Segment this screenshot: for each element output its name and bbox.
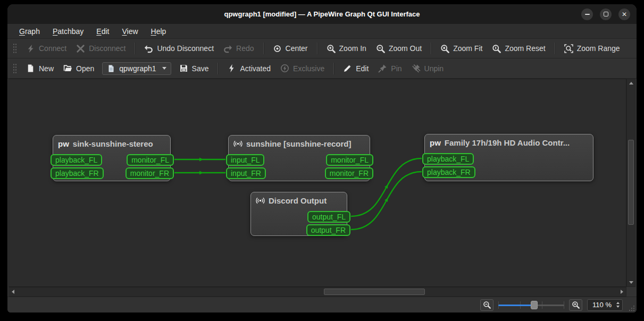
node-title: sunshine [sunshine-record] xyxy=(246,139,352,148)
arrow-down-icon xyxy=(629,281,633,284)
port-playback-fr[interactable]: playback_FR xyxy=(51,167,104,179)
vertical-scrollbar-thumb[interactable] xyxy=(628,140,634,225)
zoom-slider-handle[interactable] xyxy=(531,301,538,309)
toolbar-button-zoom-out[interactable]: Zoom Out xyxy=(371,41,426,56)
toolbar-button-exclusive[interactable]: Exclusive xyxy=(275,61,329,75)
vertical-scrollbar[interactable] xyxy=(626,79,635,287)
statusbar: 110 % xyxy=(7,297,637,312)
scroll-right-button[interactable] xyxy=(618,288,626,295)
toolbar-button-undo-disconnect[interactable]: Undo Disconnect xyxy=(139,41,219,56)
port-monitor-fr[interactable]: monitor_FR xyxy=(325,167,373,179)
window-title: qpwgraph1 [modified] — A PipeWire Graph … xyxy=(224,10,420,18)
toolbar-button-save[interactable]: Save xyxy=(174,61,214,75)
patchbay-file-selector[interactable]: qpwgraph1 xyxy=(102,62,171,75)
wire-arrow-icon xyxy=(384,197,389,202)
zoom-out-button[interactable] xyxy=(480,299,494,311)
minimize-button[interactable] xyxy=(581,9,593,20)
node-family-17h-19h-hd-audio-contr[interactable]: pwFamily 17h/19h HD Audio Contr...playba… xyxy=(424,134,593,181)
menu-item-view[interactable]: View xyxy=(116,26,143,37)
port-output-fl[interactable]: output_FL xyxy=(307,211,350,223)
toolbar-button-label: Undo Disconnect xyxy=(157,44,214,53)
toolbar-button-label: Zoom Range xyxy=(577,44,620,53)
wire-arrow-icon xyxy=(384,184,389,189)
port-input-fr[interactable]: input_FR xyxy=(226,167,266,179)
slider-track-empty[interactable] xyxy=(536,305,565,306)
menu-item-graph[interactable]: Graph xyxy=(14,26,45,37)
port-output-fr[interactable]: output_FR xyxy=(306,224,350,236)
node-title: sink-sunshine-stereo xyxy=(73,139,153,148)
toolbar-button-activated[interactable]: Activated xyxy=(222,61,275,75)
toolbar-grip[interactable] xyxy=(13,43,17,54)
toolbar-button-unpin[interactable]: Unpin xyxy=(407,61,449,75)
node-sink-sunshine-stereo[interactable]: pwsink-sunshine-stereoplayback_FLplaybac… xyxy=(53,135,171,181)
wire-arrow-icon xyxy=(199,171,203,175)
port-input-fl[interactable]: input_FL xyxy=(226,154,264,166)
zoom-out-icon xyxy=(376,44,385,53)
disconnect-icon xyxy=(76,44,85,53)
slider-track-filled[interactable] xyxy=(498,305,534,306)
toolbar-button-disconnect[interactable]: Disconnect xyxy=(71,41,130,56)
toolbar-grip[interactable] xyxy=(13,63,17,74)
toolbar-button-pin[interactable]: Pin xyxy=(373,61,406,75)
close-icon: ✕ xyxy=(622,11,627,18)
menu-item-edit[interactable]: Edit xyxy=(91,26,114,37)
toolbar-button-new[interactable]: New xyxy=(21,61,58,75)
toolbar-separator xyxy=(218,63,218,74)
node-sunshine-sunshine-record[interactable]: sunshine [sunshine-record]input_FLinput_… xyxy=(228,135,370,181)
toolbar-button-open[interactable]: Open xyxy=(58,61,99,75)
spin-down-icon[interactable] xyxy=(616,306,620,308)
unpin-icon xyxy=(412,64,421,73)
center-icon xyxy=(273,44,282,53)
redo-icon xyxy=(223,44,232,53)
horizontal-scrollbar-thumb[interactable] xyxy=(324,289,425,295)
toolbar-button-zoom-in[interactable]: Zoom In xyxy=(322,41,371,56)
file-icon xyxy=(107,64,115,73)
scroll-up-button[interactable] xyxy=(627,79,635,87)
zoom-in-button[interactable] xyxy=(569,299,582,311)
arrow-up-icon xyxy=(629,82,633,85)
port-playback-fl[interactable]: playback_FL xyxy=(422,153,474,165)
port-playback-fr[interactable]: playback_FR xyxy=(422,166,475,178)
toolbar-button-edit[interactable]: Edit xyxy=(338,61,373,75)
port-monitor-fl[interactable]: monitor_FL xyxy=(127,154,174,166)
port-monitor-fr[interactable]: monitor_FR xyxy=(126,167,174,179)
maximize-button[interactable] xyxy=(600,9,612,20)
graph-canvas[interactable]: pwsink-sunshine-stereoplayback_FLplaybac… xyxy=(9,79,626,287)
spinner-arrows xyxy=(615,302,621,308)
resize-grip[interactable] xyxy=(628,305,635,311)
chevron-down-icon xyxy=(162,67,166,70)
broadcast-icon xyxy=(256,196,265,205)
toolbar-button-zoom-reset[interactable]: Zoom Reset xyxy=(487,41,550,56)
node-discord-output[interactable]: Discord Outputoutput_FLoutput_FR xyxy=(250,192,347,236)
toolbar-button-center[interactable]: Center xyxy=(268,41,313,56)
menu-item-help[interactable]: Help xyxy=(146,26,172,37)
broadcast-icon xyxy=(233,139,242,148)
spin-up-icon[interactable] xyxy=(616,302,620,304)
toolbar-button-redo[interactable]: Redo xyxy=(219,41,258,56)
port-playback-fl[interactable]: playback_FL xyxy=(51,154,102,166)
toolbar-button-zoom-range[interactable]: Zoom Range xyxy=(559,41,625,56)
new-icon xyxy=(26,64,35,73)
bolt-icon xyxy=(227,64,236,73)
menu-item-patchbay[interactable]: Patchbay xyxy=(47,26,89,37)
toolbar-button-label: Redo xyxy=(236,44,254,53)
scroll-down-button[interactable] xyxy=(627,278,635,286)
zoom-slider[interactable] xyxy=(498,299,564,311)
close-button[interactable]: ✕ xyxy=(618,9,630,20)
toolbar-button-label: Zoom In xyxy=(339,44,366,53)
toolbar-button-connect[interactable]: Connect xyxy=(21,41,71,56)
scroll-left-button[interactable] xyxy=(9,288,17,295)
zoom-reset-icon xyxy=(492,44,501,53)
zoom-fit-icon xyxy=(440,44,449,53)
wire-arrow-icon xyxy=(199,158,203,162)
port-monitor-fl[interactable]: monitor_FL xyxy=(326,154,373,166)
horizontal-scrollbar[interactable] xyxy=(9,287,626,297)
zoom-spinbox[interactable]: 110 % xyxy=(587,299,623,311)
maximize-icon xyxy=(604,12,608,16)
toolbar-button-label: Exclusive xyxy=(293,64,324,73)
pipewire-icon: pw xyxy=(58,139,69,148)
toolbar-button-label: Center xyxy=(286,44,308,53)
zoom-in-icon xyxy=(327,44,336,53)
toolbar-button-label: Activated xyxy=(240,64,271,73)
toolbar-button-zoom-fit[interactable]: Zoom Fit xyxy=(436,41,487,56)
